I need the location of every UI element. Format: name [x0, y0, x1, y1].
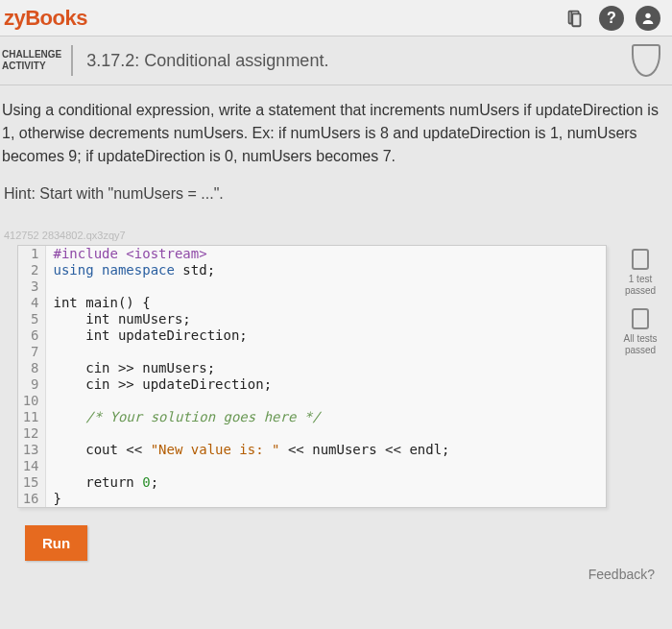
- line-number: 1: [18, 246, 45, 262]
- line-number: 4: [18, 295, 45, 311]
- code-text[interactable]: cin >> updateDirection;: [45, 376, 606, 393]
- code-text[interactable]: #include <iostream>: [45, 246, 606, 262]
- svg-rect-1: [572, 13, 580, 26]
- code-line[interactable]: 13 cout << "New value is: " << numUsers …: [18, 442, 606, 458]
- user-icon[interactable]: [636, 6, 660, 31]
- test-status-panel: 1 test passed All tests passed: [614, 245, 666, 364]
- code-line[interactable]: 4int main() {: [18, 295, 606, 311]
- code-text[interactable]: int updateDirection;: [45, 327, 606, 344]
- code-text[interactable]: cin >> numUsers;: [45, 360, 606, 376]
- brand-logo[interactable]: zyBooks: [4, 6, 87, 31]
- code-line[interactable]: 2using namespace std;: [18, 262, 606, 278]
- code-text[interactable]: cout << "New value is: " << numUsers << …: [45, 442, 606, 458]
- code-line[interactable]: 14: [18, 458, 606, 474]
- code-line[interactable]: 9 cin >> updateDirection;: [18, 376, 606, 393]
- code-text[interactable]: [45, 393, 606, 409]
- line-number: 12: [18, 425, 45, 442]
- run-row: Run: [0, 508, 672, 561]
- work-area: 1#include <iostream>2using namespace std…: [0, 245, 672, 508]
- one-test-box-icon: [632, 249, 649, 270]
- line-number: 3: [18, 278, 45, 295]
- activity-left: CHALLENGE ACTIVITY 3.17.2: Conditional a…: [0, 45, 328, 76]
- code-line[interactable]: 8 cin >> numUsers;: [18, 360, 606, 376]
- challenge-label-line2: ACTIVITY: [2, 60, 61, 72]
- code-line[interactable]: 16}: [18, 491, 606, 507]
- code-text[interactable]: [45, 458, 606, 474]
- all-tests-label: All tests passed: [614, 333, 666, 356]
- challenge-label-line1: CHALLENGE: [2, 49, 61, 60]
- code-line[interactable]: 12: [18, 425, 606, 442]
- code-text[interactable]: /* Your solution goes here */: [45, 409, 606, 425]
- code-text[interactable]: [45, 344, 606, 360]
- catalog-icon[interactable]: [563, 6, 588, 31]
- line-number: 6: [18, 327, 45, 344]
- code-text[interactable]: using namespace std;: [45, 262, 606, 278]
- code-text[interactable]: }: [45, 491, 606, 507]
- line-number: 2: [18, 262, 45, 278]
- code-line[interactable]: 6 int updateDirection;: [18, 327, 606, 344]
- instructions-text: Using a conditional expression, write a …: [0, 85, 672, 168]
- line-number: 15: [18, 474, 45, 491]
- run-button[interactable]: Run: [25, 525, 87, 561]
- code-line[interactable]: 3: [18, 278, 606, 295]
- activity-header: CHALLENGE ACTIVITY 3.17.2: Conditional a…: [0, 36, 672, 85]
- line-number: 10: [18, 393, 45, 409]
- code-editor[interactable]: 1#include <iostream>2using namespace std…: [17, 245, 607, 508]
- hint-text: Hint: Start with "numUsers = ...".: [0, 168, 672, 203]
- code-line[interactable]: 5 int numUsers;: [18, 311, 606, 327]
- progress-shield-icon: [632, 44, 660, 77]
- line-number: 16: [18, 491, 45, 507]
- code-line[interactable]: 1#include <iostream>: [18, 246, 606, 262]
- line-number: 13: [18, 442, 45, 458]
- code-text[interactable]: int numUsers;: [45, 311, 606, 327]
- code-line[interactable]: 7: [18, 344, 606, 360]
- code-text[interactable]: return 0;: [45, 474, 606, 491]
- feedback-link[interactable]: Feedback?: [0, 561, 672, 582]
- svg-point-2: [645, 12, 650, 17]
- all-tests-box-icon: [632, 308, 649, 329]
- activity-title: 3.17.2: Conditional assignment.: [73, 51, 328, 71]
- top-bar: zyBooks ?: [0, 0, 672, 36]
- top-icon-group: ?: [563, 6, 660, 31]
- code-line[interactable]: 10: [18, 393, 606, 409]
- code-text[interactable]: int main() {: [45, 295, 606, 311]
- question-id: 412752 2834802.qx3zqy7: [0, 203, 672, 245]
- help-icon[interactable]: ?: [599, 6, 624, 31]
- code-table: 1#include <iostream>2using namespace std…: [18, 246, 606, 507]
- line-number: 5: [18, 311, 45, 327]
- code-line[interactable]: 11 /* Your solution goes here */: [18, 409, 606, 425]
- line-number: 8: [18, 360, 45, 376]
- line-number: 9: [18, 376, 45, 393]
- line-number: 7: [18, 344, 45, 360]
- one-test-label: 1 test passed: [614, 274, 666, 297]
- line-number: 11: [18, 409, 45, 425]
- code-text[interactable]: [45, 278, 606, 295]
- challenge-label: CHALLENGE ACTIVITY: [0, 45, 73, 76]
- code-text[interactable]: [45, 425, 606, 442]
- code-line[interactable]: 15 return 0;: [18, 474, 606, 491]
- line-number: 14: [18, 458, 45, 474]
